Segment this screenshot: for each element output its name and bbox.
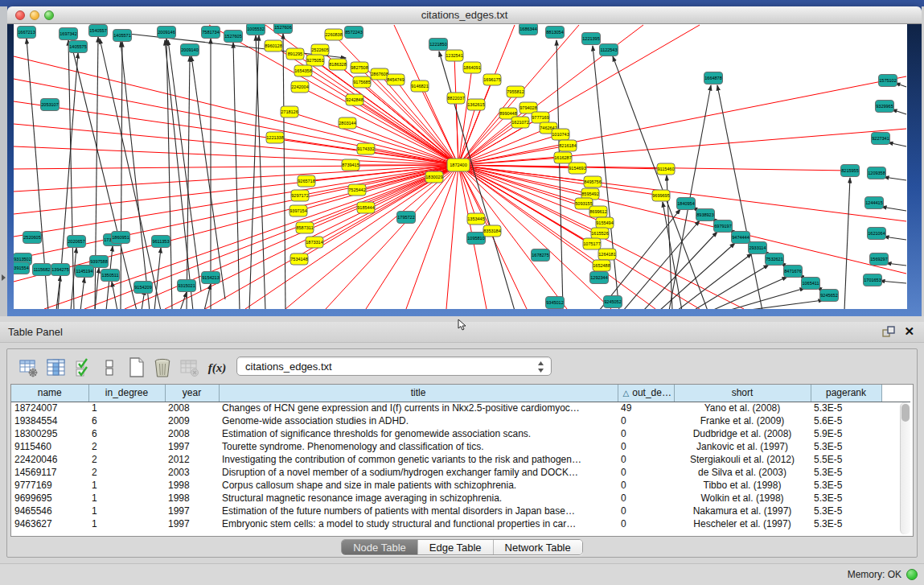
network-node[interactable]: 9154213 [202,272,220,284]
column-header-name[interactable]: name [11,385,88,402]
row-height-button[interactable] [97,356,121,380]
red-edge[interactable] [205,165,458,309]
network-node[interactable]: 9154693 [569,163,586,174]
network-node[interactable]: 2867608 [371,68,388,80]
red-edge[interactable] [125,165,458,309]
black-edge[interactable] [168,40,201,291]
network-node[interactable]: 8572243 [345,27,363,39]
table-row[interactable]: 946362711997Embryonic stem cells: a mode… [11,517,910,530]
network-node[interactable]: 9265718 [298,175,315,187]
table-scrollbar[interactable] [900,402,910,534]
black-edge[interactable] [884,177,906,180]
network-node[interactable]: 1615526 [591,228,609,239]
network-node[interactable]: 9827508 [351,62,368,73]
network-node[interactable]: 1145194 [76,266,94,278]
network-node[interactable]: 9146821 [411,80,429,92]
network-node[interactable]: 2009146 [158,27,176,39]
network-node[interactable]: 1244415 [865,197,884,209]
network-node[interactable]: 9227341 [872,133,890,145]
column-header-title[interactable]: title [219,385,618,402]
black-edge[interactable] [112,282,117,309]
network-node[interactable]: 8822037 [447,93,465,104]
network-node[interactable]: 9474444 [732,232,750,244]
network-node[interactable]: 1652488 [593,260,610,271]
network-node[interactable]: 9391554 [14,262,30,274]
network-node[interactable]: 9611353 [152,236,170,248]
network-node[interactable]: 9699695 [652,190,670,201]
network-node[interactable]: 2718126 [281,106,298,117]
black-edge[interactable] [180,292,187,309]
network-node[interactable]: 1527605 [224,31,243,43]
tab-node-table[interactable]: Node Table [342,540,418,554]
network-node[interactable]: 8960128 [265,40,282,51]
black-edge[interactable] [556,40,563,309]
black-edge[interactable] [95,37,98,309]
table-row[interactable]: 977716911998Corpus callosum shape and si… [11,479,910,492]
black-edge[interactable] [623,220,700,309]
column-header-year[interactable]: year [165,385,219,402]
column-header-in_degree[interactable]: in_degree [88,385,165,402]
black-edge[interactable] [884,237,906,240]
memory-status-indicator[interactable] [906,569,918,580]
tab-network-table[interactable]: Network Table [494,540,582,554]
table-row[interactable]: 969969511998Structural magnetic resonanc… [11,492,910,505]
network-node[interactable]: 1873314 [306,237,323,248]
network-node[interactable]: 2053107 [41,99,60,111]
network-node[interactable]: 8699612 [589,206,607,217]
close-panel-icon[interactable]: ✕ [904,324,914,339]
network-node[interactable]: 9777169 [532,112,549,123]
red-edge[interactable] [458,129,906,165]
table-scrollbar-thumb[interactable] [901,404,910,422]
red-edge[interactable] [458,165,584,204]
network-node[interactable]: 8938923 [696,209,715,221]
network-node[interactable]: 1621072 [511,117,529,128]
black-edge[interactable] [121,42,150,309]
black-edge[interactable] [191,56,225,299]
table-select-dropdown[interactable]: citations_edges.txt [236,356,552,376]
network-node[interactable]: 1292344 [590,272,609,284]
network-node[interactable]: 9275051 [306,55,324,66]
table-row[interactable]: 1872400712008Changes of HCN gene express… [11,402,910,414]
black-edge[interactable] [100,39,161,309]
network-node[interactable]: 1667213 [18,27,36,39]
network-node[interactable]: 1840954 [677,198,696,210]
network-node[interactable]: 2242004 [291,81,309,93]
network-node[interactable]: 9155494 [596,217,614,229]
table-row[interactable]: 946554611997Estimation of the future num… [11,505,910,517]
column-header-out_de[interactable]: △out_de… [618,385,674,402]
network-node[interactable]: 8454749 [387,74,405,85]
network-node[interactable]: 9345012 [546,297,565,309]
network-node[interactable]: 8471676 [784,266,803,278]
black-edge[interactable] [283,34,285,309]
network-node[interactable]: 7955812 [507,86,524,97]
network-node[interactable]: 1830029 [425,171,443,183]
black-edge[interactable] [717,85,762,309]
network-node[interactable]: 8495756 [584,176,602,187]
network-node[interactable]: 1405575 [69,41,88,53]
network-node[interactable]: 1115682 [33,264,51,276]
network-node[interactable]: 1795722 [397,212,416,224]
network-node[interactable]: 1221395 [582,33,601,45]
black-edge[interactable] [881,207,906,211]
red-edge[interactable] [14,165,458,282]
network-node[interactable]: 1122543 [600,44,618,56]
network-graph[interactable]: 1667213169734215405571405571200914620091… [14,24,907,309]
gutter-caret-icon[interactable] [2,274,6,281]
window-titlebar[interactable]: citations_edges.txt [7,6,922,24]
show-columns-button[interactable] [44,356,68,380]
network-node[interactable]: 1697342 [60,28,78,40]
network-node[interactable]: 9242848 [346,94,363,105]
black-edge[interactable] [249,35,259,309]
network-node[interactable]: 9297172 [291,190,309,201]
function-builder-button[interactable]: f(x) [205,356,229,380]
network-node[interactable]: 1540557 [89,25,108,37]
network-node[interactable]: 1075177 [583,238,601,249]
network-node[interactable]: 9245652 [820,290,839,302]
network-node[interactable]: 1264181 [598,249,616,260]
table-row[interactable]: 2242004622012Investigating the contribut… [11,453,910,466]
black-edge[interactable] [233,43,240,309]
network-node[interactable]: 1527606 [274,24,293,34]
red-edge[interactable] [456,98,458,165]
network-node[interactable]: 8813054 [546,27,565,39]
network-node[interactable]: 1394275 [51,264,70,276]
